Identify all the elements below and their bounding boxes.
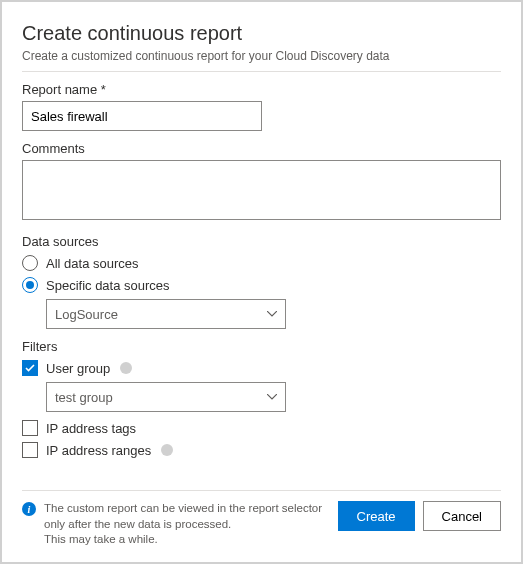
form-area: Report name * Comments Data sources All … — [22, 82, 501, 490]
user-group-dropdown[interactable]: test group — [46, 382, 286, 412]
report-name-label-text: Report name — [22, 82, 97, 97]
radio-specific-label: Specific data sources — [46, 278, 170, 293]
radio-icon — [22, 255, 38, 271]
report-name-input[interactable] — [22, 101, 262, 131]
page-subtitle: Create a customized continuous report fo… — [22, 49, 501, 63]
checkbox-icon — [22, 420, 38, 436]
data-source-dropdown[interactable]: LogSource — [46, 299, 286, 329]
radio-all-label: All data sources — [46, 256, 139, 271]
data-source-dropdown-value: LogSource — [55, 307, 118, 322]
footer-info-line2: This may take a while. — [44, 533, 158, 545]
footer-info-line1: The custom report can be viewed in the r… — [44, 502, 322, 530]
footer-info-text: The custom report can be viewed in the r… — [44, 501, 330, 548]
page-title: Create continuous report — [22, 22, 501, 45]
comments-label: Comments — [22, 141, 501, 156]
footer-actions: Create Cancel — [338, 501, 502, 531]
checkbox-icon — [22, 442, 38, 458]
cancel-button[interactable]: Cancel — [423, 501, 501, 531]
required-marker: * — [101, 82, 106, 97]
checkbox-ip-tags[interactable]: IP address tags — [22, 420, 501, 436]
checkbox-icon-checked — [22, 360, 38, 376]
comments-input[interactable] — [22, 160, 501, 220]
user-group-label: User group — [46, 361, 110, 376]
radio-all-data-sources[interactable]: All data sources — [22, 255, 501, 271]
create-button[interactable]: Create — [338, 501, 415, 531]
ip-ranges-label: IP address ranges — [46, 443, 151, 458]
data-sources-section: Data sources All data sources Specific d… — [22, 234, 501, 329]
report-name-field: Report name * — [22, 82, 501, 131]
checkbox-ip-ranges[interactable]: IP address ranges — [22, 442, 501, 458]
info-icon — [161, 444, 173, 456]
dialog-footer: i The custom report can be viewed in the… — [22, 490, 501, 548]
chevron-down-icon — [267, 394, 277, 400]
info-icon: i — [22, 502, 36, 516]
ip-tags-label: IP address tags — [46, 421, 136, 436]
info-icon — [120, 362, 132, 374]
filters-section: Filters User group test group — [22, 339, 501, 458]
header-divider — [22, 71, 501, 72]
data-sources-heading: Data sources — [22, 234, 501, 249]
report-name-label: Report name * — [22, 82, 501, 97]
user-group-dropdown-value: test group — [55, 390, 113, 405]
radio-icon-selected — [22, 277, 38, 293]
checkbox-user-group[interactable]: User group — [22, 360, 501, 376]
chevron-down-icon — [267, 311, 277, 317]
comments-field: Comments — [22, 141, 501, 224]
filters-heading: Filters — [22, 339, 501, 354]
create-continuous-report-panel: Create continuous report Create a custom… — [0, 0, 523, 564]
radio-specific-data-sources[interactable]: Specific data sources — [22, 277, 501, 293]
